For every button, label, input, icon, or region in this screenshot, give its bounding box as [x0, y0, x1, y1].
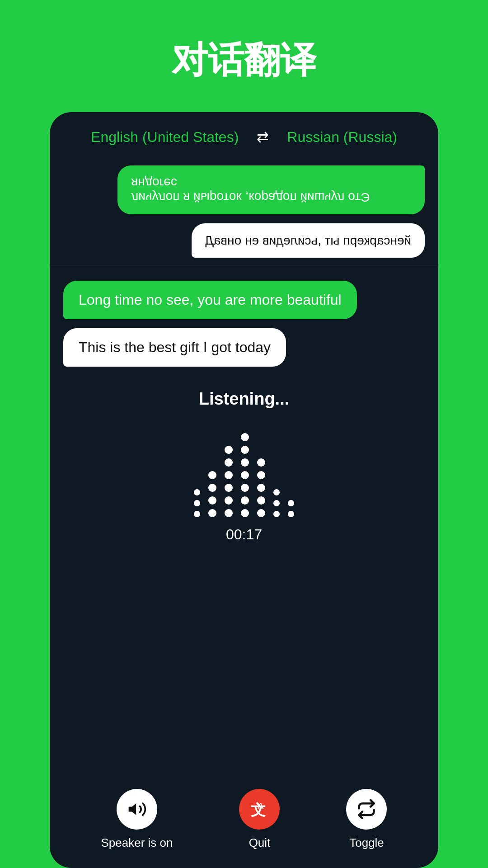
audio-waveform	[194, 427, 294, 517]
wave-dot	[273, 511, 280, 517]
wave-dot	[225, 484, 233, 492]
bottom-message-green: Long time no see, you are more beautiful	[63, 281, 357, 319]
wave-dot	[288, 500, 294, 506]
wave-dot	[257, 509, 265, 517]
wave-col-1	[194, 489, 200, 517]
wave-col-6	[273, 489, 280, 517]
wave-col-3	[225, 446, 233, 517]
wave-dot	[225, 509, 233, 517]
wave-col-7	[288, 500, 294, 517]
recording-timer: 00:17	[226, 526, 262, 543]
wave-dot	[257, 471, 265, 479]
wave-dot	[273, 500, 280, 506]
wave-dot	[257, 484, 265, 492]
wave-dot	[241, 484, 249, 492]
toggle-label: Toggle	[349, 836, 384, 850]
wave-col-2	[208, 471, 216, 517]
wave-dot	[241, 458, 249, 467]
wave-dot	[257, 458, 265, 467]
language-bar: English (United States) ⇄ Russian (Russi…	[50, 112, 438, 156]
top-message-white: Давно не виделись, ты прекрасней	[192, 223, 425, 258]
wave-dot	[194, 500, 200, 506]
speaker-icon	[127, 799, 147, 819]
quit-label: Quit	[249, 836, 271, 850]
wave-dot	[208, 509, 216, 517]
svg-text:A: A	[258, 801, 264, 811]
bottom-message-white: This is the best gift I got today	[63, 328, 286, 367]
app-title: 对话翻译	[172, 36, 316, 85]
toggle-icon	[357, 799, 376, 819]
quit-button[interactable]: 文 A	[239, 789, 280, 830]
toggle-button[interactable]	[346, 789, 387, 830]
wave-dot	[225, 458, 233, 467]
bottom-messages-area: Long time no see, you are more beautiful…	[50, 267, 438, 371]
speaker-button[interactable]	[117, 789, 157, 830]
right-language-label[interactable]: Russian (Russia)	[287, 129, 397, 146]
wave-dot	[225, 446, 233, 454]
wave-dot	[194, 511, 200, 517]
swap-languages-icon[interactable]: ⇄	[257, 128, 269, 146]
wave-dot	[241, 433, 249, 441]
wave-dot	[288, 511, 294, 517]
wave-col-5	[257, 458, 265, 517]
phone-card: English (United States) ⇄ Russian (Russi…	[50, 112, 438, 868]
speaker-control: Speaker is on	[101, 789, 173, 850]
wave-dot	[208, 484, 216, 492]
wave-dot	[241, 446, 249, 454]
wave-dot	[208, 471, 216, 479]
wave-dot	[257, 496, 265, 505]
top-message-green: Это лучший подарок, который я получил се…	[117, 165, 425, 214]
left-language-label[interactable]: English (United States)	[91, 129, 239, 146]
speaker-label: Speaker is on	[101, 836, 173, 850]
top-messages-area: Это лучший подарок, который я получил се…	[50, 156, 438, 267]
wave-dot	[225, 496, 233, 505]
wave-dot	[273, 489, 280, 495]
wave-dot	[208, 496, 216, 505]
quit-control: 文 A Quit	[239, 789, 280, 850]
listening-status: Listening...	[199, 389, 290, 409]
svg-marker-0	[129, 803, 136, 815]
wave-dot	[241, 496, 249, 505]
wave-dot	[241, 471, 249, 479]
wave-dot	[225, 471, 233, 479]
wave-dot	[194, 489, 200, 495]
bottom-controls: Speaker is on 文 A Quit Toggl	[50, 782, 438, 868]
toggle-control: Toggle	[346, 789, 387, 850]
wave-dot	[241, 509, 249, 517]
wave-col-4	[241, 433, 249, 517]
listening-area: Listening...	[50, 371, 438, 782]
translate-icon: 文 A	[248, 798, 271, 821]
